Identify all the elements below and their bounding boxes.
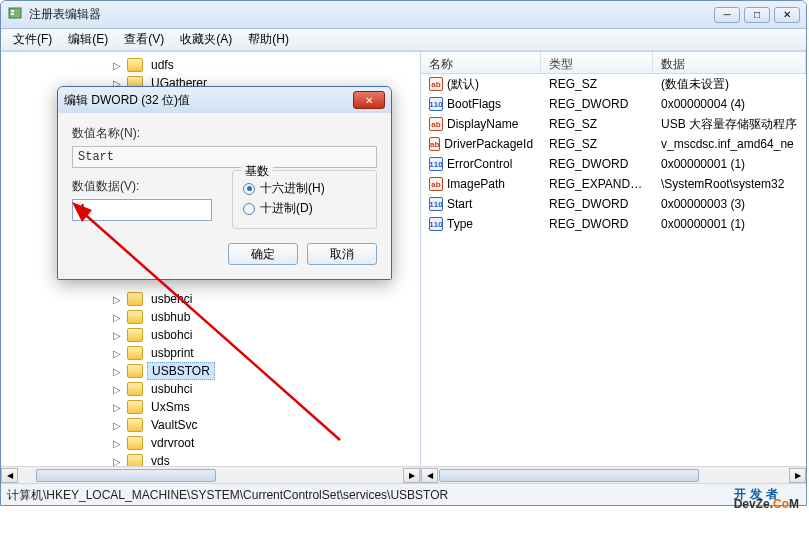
dialog-close-button[interactable]: ✕	[353, 91, 385, 109]
value-type: REG_DWORD	[541, 197, 653, 211]
value-data: (数值未设置)	[653, 76, 806, 93]
value-data: 0x00000004 (4)	[653, 97, 806, 111]
list-scroll-right[interactable]: ▶	[789, 468, 806, 483]
menubar: 文件(F) 编辑(E) 查看(V) 收藏夹(A) 帮助(H)	[1, 29, 806, 51]
tree-scroll-thumb[interactable]	[36, 469, 216, 482]
tree-item[interactable]: ▷USBSTOR	[1, 362, 420, 380]
list-pane[interactable]: 名称 类型 数据 ab(默认)REG_SZ(数值未设置)110BootFlags…	[421, 52, 806, 483]
expander-icon[interactable]: ▷	[111, 60, 123, 71]
menu-view[interactable]: 查看(V)	[116, 28, 172, 51]
window-title: 注册表编辑器	[29, 6, 714, 23]
tree-item[interactable]: ▷usbprint	[1, 344, 420, 362]
value-type: REG_SZ	[541, 117, 653, 131]
expander-icon[interactable]: ▷	[111, 456, 123, 467]
list-row[interactable]: abDisplayNameREG_SZUSB 大容量存储驱动程序	[421, 114, 806, 134]
expander-icon[interactable]: ▷	[111, 348, 123, 359]
tree-scroll-right[interactable]: ▶	[403, 468, 420, 483]
menu-file[interactable]: 文件(F)	[5, 28, 60, 51]
list-scroll-thumb[interactable]	[439, 469, 699, 482]
tree-scroll-left[interactable]: ◀	[1, 468, 18, 483]
minimize-button[interactable]: ─	[714, 7, 740, 23]
menu-help[interactable]: 帮助(H)	[240, 28, 297, 51]
list-row[interactable]: abImagePathREG_EXPAND_SZ\SystemRoot\syst…	[421, 174, 806, 194]
maximize-button[interactable]: □	[744, 7, 770, 23]
value-name-display: Start	[72, 146, 377, 168]
dialog-titlebar[interactable]: 编辑 DWORD (32 位)值 ✕	[58, 87, 391, 113]
list-row[interactable]: 110ErrorControlREG_DWORD0x00000001 (1)	[421, 154, 806, 174]
tree-item[interactable]: ▷usbohci	[1, 326, 420, 344]
value-name-label: 数值名称(N):	[72, 125, 377, 142]
cancel-button[interactable]: 取消	[307, 243, 377, 265]
close-button[interactable]: ✕	[774, 7, 800, 23]
value-data: USB 大容量存储驱动程序	[653, 116, 806, 133]
value-type: REG_SZ	[541, 77, 653, 91]
expander-icon[interactable]: ▷	[111, 402, 123, 413]
value-name: ImagePath	[447, 177, 505, 191]
expander-icon[interactable]: ▷	[111, 384, 123, 395]
list-row[interactable]: ab(默认)REG_SZ(数值未设置)	[421, 74, 806, 94]
tree-scroll-track[interactable]	[18, 468, 403, 483]
menu-edit[interactable]: 编辑(E)	[60, 28, 116, 51]
list-row[interactable]: 110StartREG_DWORD0x00000003 (3)	[421, 194, 806, 214]
expander-icon[interactable]: ▷	[111, 312, 123, 323]
col-header-type[interactable]: 类型	[541, 52, 653, 73]
titlebar[interactable]: 注册表编辑器 ─ □ ✕	[1, 1, 806, 29]
col-header-data[interactable]: 数据	[653, 52, 806, 73]
folder-icon	[127, 292, 143, 306]
tree-item-label: usbhub	[147, 309, 194, 325]
folder-icon	[127, 58, 143, 72]
expander-icon[interactable]: ▷	[111, 366, 123, 377]
tree-item-label: usbohci	[147, 327, 196, 343]
radio-hex-row[interactable]: 十六进制(H)	[243, 180, 366, 197]
value-name: BootFlags	[447, 97, 501, 111]
col-header-name[interactable]: 名称	[421, 52, 541, 73]
reg-bin-icon: 110	[429, 97, 443, 111]
tree-item-label: usbuhci	[147, 381, 196, 397]
reg-bin-icon: 110	[429, 157, 443, 171]
folder-icon	[127, 400, 143, 414]
value-name: Type	[447, 217, 473, 231]
radio-dec[interactable]	[243, 203, 255, 215]
value-name: (默认)	[447, 76, 479, 93]
list-row[interactable]: abDriverPackageIdREG_SZv_mscdsc.inf_amd6…	[421, 134, 806, 154]
expander-icon[interactable]: ▷	[111, 294, 123, 305]
radio-dec-row[interactable]: 十进制(D)	[243, 200, 366, 217]
tree-item-label: usbprint	[147, 345, 198, 361]
reg-bin-icon: 110	[429, 197, 443, 211]
value-data: 0x00000001 (1)	[653, 157, 806, 171]
tree-item[interactable]: ▷udfs	[1, 56, 420, 74]
value-type: REG_EXPAND_SZ	[541, 177, 653, 191]
list-scroll-left[interactable]: ◀	[421, 468, 438, 483]
value-name: ErrorControl	[447, 157, 512, 171]
expander-icon[interactable]: ▷	[111, 420, 123, 431]
tree-item-label: udfs	[147, 57, 178, 73]
list-scroll-track[interactable]	[438, 468, 789, 483]
value-type: REG_DWORD	[541, 97, 653, 111]
svg-rect-0	[9, 8, 21, 18]
list-row[interactable]: 110BootFlagsREG_DWORD0x00000004 (4)	[421, 94, 806, 114]
value-data-input[interactable]	[72, 199, 212, 221]
ok-button[interactable]: 确定	[228, 243, 298, 265]
value-data: 0x00000003 (3)	[653, 197, 806, 211]
value-name: DisplayName	[447, 117, 518, 131]
folder-icon	[127, 310, 143, 324]
tree-item-label: usbehci	[147, 291, 196, 307]
radio-hex[interactable]	[243, 183, 255, 195]
expander-icon[interactable]: ▷	[111, 438, 123, 449]
tree-item[interactable]: ▷usbuhci	[1, 380, 420, 398]
menu-favorites[interactable]: 收藏夹(A)	[172, 28, 240, 51]
tree-item[interactable]: ▷vdrvroot	[1, 434, 420, 452]
tree-item[interactable]: ▷VaultSvc	[1, 416, 420, 434]
expander-icon[interactable]: ▷	[111, 330, 123, 341]
tree-item[interactable]: ▷usbehci	[1, 290, 420, 308]
tree-item[interactable]: ▷UxSms	[1, 398, 420, 416]
tree-item-label: vdrvroot	[147, 435, 198, 451]
reg-sz-icon: ab	[429, 137, 440, 151]
tree-item-label: USBSTOR	[147, 362, 215, 380]
reg-sz-icon: ab	[429, 77, 443, 91]
folder-icon	[127, 346, 143, 360]
tree-item[interactable]: ▷usbhub	[1, 308, 420, 326]
value-data: \SystemRoot\system32	[653, 177, 806, 191]
value-data: v_mscdsc.inf_amd64_ne	[653, 137, 806, 151]
list-row[interactable]: 110TypeREG_DWORD0x00000001 (1)	[421, 214, 806, 234]
